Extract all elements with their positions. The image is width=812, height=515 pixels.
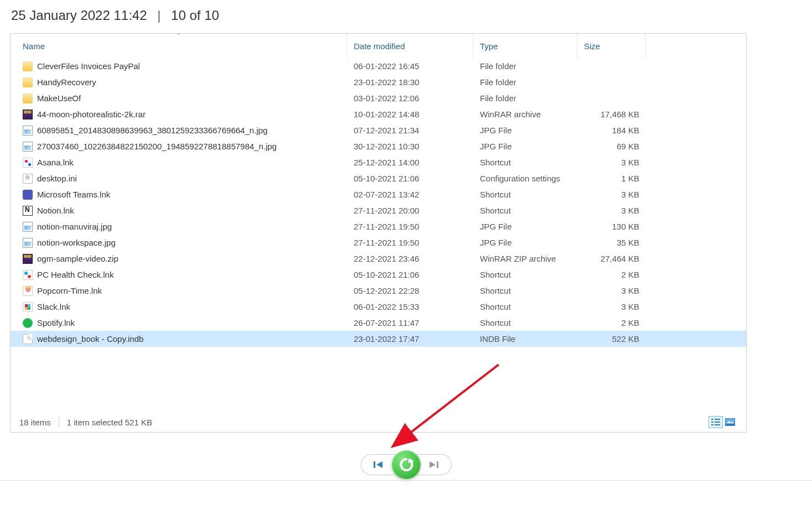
file-size-cell: 3 KB [577,206,646,215]
file-name-cell: notion-manuviraj.jpg [11,222,347,232]
file-name-cell: Slack.lnk [11,302,347,312]
jpg-icon [23,238,33,248]
thumbnails-view-button[interactable] [723,416,737,428]
column-type-label: Type [480,41,498,51]
file-date-cell: 02-07-2021 13:42 [347,190,473,199]
file-row[interactable]: notion-workspace.jpg27-11-2021 19:50JPG … [11,235,746,251]
file-size-cell: 3 KB [577,286,646,295]
refresh-icon [398,456,415,473]
file-name-cell: HandyRecovery [11,77,347,87]
file-name-cell: webdesign_book - Copy.indb [11,334,347,344]
file-name-cell: notion-workspace.jpg [11,238,347,248]
file-size-cell: 35 KB [577,238,646,247]
column-date-label: Date modified [354,41,405,51]
file-row[interactable]: desktop.ini05-10-2021 21:06Configuration… [11,170,746,186]
file-name-cell: desktop.ini [11,174,347,184]
column-size[interactable]: Size [577,34,646,58]
file-name-cell: Popcorn-Time.lnk [11,286,347,296]
skip-next-icon [428,460,439,469]
file-type-cell: JPG File [473,142,577,151]
file-row[interactable]: MakeUseOf03-01-2022 12:06File folder [11,90,746,106]
file-date-cell: 06-01-2022 16:45 [347,61,473,71]
file-name-cell: PC Health Check.lnk [11,270,347,280]
svg-rect-0 [711,419,713,420]
file-name-label: CleverFiles Invoices PayPal [37,61,140,71]
file-row[interactable]: ogm-sample-video.zip22-12-2021 23:46WinR… [11,251,746,267]
file-row[interactable]: Spotify.lnk26-07-2021 11:47Shortcut2 KB [11,315,746,331]
file-row[interactable]: HandyRecovery23-01-2022 18:30File folder [11,74,746,90]
file-name-label: PC Health Check.lnk [37,270,113,279]
file-name-cell: Spotify.lnk [11,318,347,328]
file-row[interactable]: 44-moon-photorealistic-2k.rar10-01-2022 … [11,106,746,122]
file-type-cell: WinRAR ZIP archive [473,254,577,263]
column-type[interactable]: Type [473,34,577,58]
file-row[interactable]: Notion.lnk27-11-2021 20:00Shortcut3 KB [11,202,746,219]
header-separator: | [157,8,161,23]
file-size-cell: 130 KB [577,222,646,231]
file-list[interactable]: CleverFiles Invoices PayPal06-01-2022 16… [11,58,746,412]
folder-icon [23,77,33,87]
file-date-cell: 26-07-2021 11:47 [347,318,473,327]
column-date-modified[interactable]: Date modified [347,34,473,58]
skip-previous-icon [373,460,384,469]
pchc-icon [23,270,33,280]
file-size-cell: 2 KB [577,270,646,279]
file-row[interactable]: Microsoft Teams.lnk02-07-2021 13:42Short… [11,186,746,202]
header-line: 25 January 2022 11:42 | 10 of 10 [11,8,802,23]
file-name-label: Microsoft Teams.lnk [37,190,110,199]
sort-ascending-icon: ˄ [177,33,180,39]
column-name[interactable]: ˄ Name [11,34,347,58]
file-row[interactable]: CleverFiles Invoices PayPal06-01-2022 16… [11,58,746,74]
file-name-label: ogm-sample-video.zip [37,254,118,263]
file-date-cell: 05-12-2021 22:28 [347,286,473,295]
file-size-cell: 3 KB [577,158,646,167]
svg-rect-1 [715,419,720,420]
file-row[interactable]: notion-manuviraj.jpg27-11-2021 19:50JPG … [11,219,746,235]
file-type-cell: Shortcut [473,270,577,279]
file-size-cell: 522 KB [577,334,646,344]
file-date-cell: 10-01-2022 14:48 [347,110,473,119]
file-row[interactable]: Slack.lnk06-01-2022 15:33Shortcut3 KB [11,299,746,315]
file-explorer: ˄ Name Date modified Type Size CleverFil… [10,33,747,433]
svg-marker-14 [430,461,436,468]
status-bar: 18 items 1 item selected 521 KB [11,412,746,432]
file-name-label: desktop.ini [37,174,77,183]
ini-icon [23,174,33,184]
file-name-label: Slack.lnk [37,302,70,311]
file-row[interactable]: webdesign_book - Copy.indb23-01-2022 17:… [11,331,746,347]
file-row[interactable]: 270037460_10226384822150200_194859227881… [11,138,746,154]
file-date-cell: 27-11-2021 19:50 [347,238,473,247]
file-row[interactable]: PC Health Check.lnk05-10-2021 21:06Short… [11,267,746,283]
file-date-cell: 05-10-2021 21:06 [347,174,473,183]
file-name-cell: Notion.lnk [11,206,347,216]
file-type-cell: File folder [473,77,577,87]
svg-rect-4 [711,424,713,425]
playback-controls [361,450,452,479]
previous-button[interactable] [361,454,395,475]
file-row[interactable]: Asana.lnk25-12-2021 14:00Shortcut3 KB [11,154,746,170]
file-row[interactable]: Popcorn-Time.lnk05-12-2021 22:28Shortcut… [11,283,746,299]
file-name-cell: 270037460_10226384822150200_194859227881… [11,142,347,152]
lnk-asana-icon [23,158,33,168]
file-name-cell: 44-moon-photorealistic-2k.rar [11,110,347,119]
file-name-label: webdesign_book - Copy.indb [37,334,143,344]
file-name-label: Spotify.lnk [37,318,75,327]
file-name-label: 44-moon-photorealistic-2k.rar [37,110,146,119]
details-view-button[interactable] [708,416,723,428]
file-row[interactable]: 60895851_2014830898639963_38012592333667… [11,122,746,138]
file-name-cell: Asana.lnk [11,158,347,168]
notion-icon [23,206,33,216]
svg-rect-11 [374,461,375,468]
file-type-cell: Shortcut [473,206,577,215]
teams-icon [23,190,33,200]
refresh-button[interactable] [392,450,421,479]
status-divider [59,417,59,427]
file-name-cell: MakeUseOf [11,93,347,103]
file-name-label: 60895851_2014830898639963_38012592333667… [37,126,267,135]
file-date-cell: 30-12-2021 10:30 [347,142,473,151]
next-button[interactable] [417,454,452,475]
file-type-cell: Shortcut [473,158,577,167]
file-type-cell: JPG File [473,238,577,247]
view-mode-toggles [708,416,737,428]
file-size-cell: 27,464 KB [577,254,646,263]
